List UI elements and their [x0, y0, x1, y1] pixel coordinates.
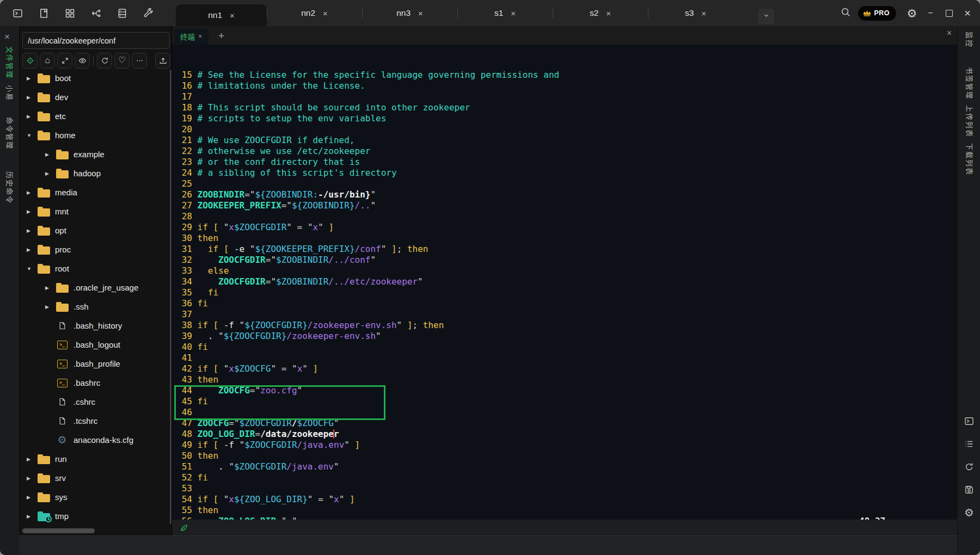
- tab-close-icon[interactable]: ×: [701, 9, 706, 18]
- bookmark-icon[interactable]: [37, 7, 50, 20]
- tab-nn3[interactable]: nn3×: [362, 0, 457, 26]
- chevron-right-icon[interactable]: ▶: [27, 228, 32, 233]
- sidebar-item-inactive[interactable]: 小易: [5, 85, 15, 101]
- tab-close-icon[interactable]: ×: [511, 9, 516, 18]
- tab-nn2[interactable]: nn2×: [267, 0, 362, 26]
- tree-item-example[interactable]: ▶example: [20, 145, 170, 164]
- tree-item-sys[interactable]: ▶sys: [20, 488, 170, 507]
- wrench-icon[interactable]: [142, 7, 155, 20]
- terminal-tab[interactable]: 终端 ×: [174, 28, 209, 45]
- chevron-right-icon[interactable]: ▶: [45, 152, 51, 157]
- tree-item-proc[interactable]: ▶proc: [20, 240, 170, 259]
- gear-icon[interactable]: ⚙: [963, 507, 975, 519]
- tree-item-hadoop[interactable]: ▶hadoop: [20, 164, 170, 183]
- chevron-right-icon[interactable]: ▶: [27, 457, 32, 462]
- topology-icon[interactable]: [89, 7, 102, 20]
- right-sidebar-item[interactable]: 监控: [965, 32, 975, 48]
- chevron-right-icon[interactable]: ▶: [27, 514, 32, 519]
- tree-item-anaconda-ks.cfg[interactable]: ⚙anaconda-ks.cfg: [20, 430, 170, 449]
- tab-s2[interactable]: s2×: [553, 0, 648, 26]
- chevron-right-icon[interactable]: ▶: [27, 76, 32, 81]
- tree-item-dev[interactable]: ▶dev: [20, 88, 170, 107]
- tree-item-.ssh[interactable]: ▶.ssh: [20, 297, 170, 316]
- refresh-icon[interactable]: [963, 461, 975, 473]
- tree-item-.tcshrc[interactable]: .tcshrc: [20, 411, 170, 430]
- chevron-down-icon[interactable]: ▼: [27, 133, 32, 138]
- tab-close-icon[interactable]: ×: [323, 9, 328, 18]
- sidebar-item-inactive[interactable]: 历史命令: [5, 171, 15, 204]
- tree-item-run[interactable]: ▶run: [20, 449, 170, 468]
- tree-item-.cshrc[interactable]: .cshrc: [20, 392, 170, 411]
- tab-overflow-button[interactable]: [758, 9, 774, 24]
- terminal-icon[interactable]: [963, 415, 975, 427]
- tab-close-icon[interactable]: ×: [418, 9, 423, 18]
- tree-horizontal-scrollbar[interactable]: [22, 528, 95, 533]
- chevron-right-icon[interactable]: ▶: [27, 476, 32, 481]
- chevron-down-icon[interactable]: ▼: [27, 266, 32, 272]
- servers-icon[interactable]: [115, 7, 128, 20]
- new-terminal-button[interactable]: +: [218, 28, 224, 44]
- tree-item-opt[interactable]: ▶opt: [20, 221, 170, 240]
- chevron-right-icon[interactable]: ▶: [45, 171, 51, 176]
- chevron-right-icon[interactable]: ▶: [27, 495, 32, 500]
- tab-s3[interactable]: s3×: [648, 0, 743, 26]
- tree-item-.bash_history[interactable]: .bash_history: [20, 316, 170, 335]
- chevron-right-icon[interactable]: ▶: [45, 285, 51, 291]
- tree-item-root[interactable]: ▼root: [20, 259, 170, 278]
- home-button[interactable]: ⌂: [40, 53, 55, 69]
- tree-item-srv[interactable]: ▶srv: [20, 468, 170, 488]
- list-icon[interactable]: [963, 438, 975, 450]
- path-input[interactable]: [22, 32, 170, 49]
- right-sidebar-item[interactable]: 下载列表: [965, 143, 975, 176]
- locate-button[interactable]: [22, 53, 38, 69]
- terminal-icon[interactable]: [11, 7, 24, 20]
- pro-badge[interactable]: PRO: [858, 6, 896, 21]
- tree-item-.oracle_jre_usage[interactable]: ▶.oracle_jre_usage: [20, 278, 170, 297]
- minimize-button[interactable]: −: [921, 4, 940, 22]
- tree-item-.bash_logout[interactable]: >_.bash_logout: [20, 335, 170, 354]
- home-icon: ⌂: [45, 56, 50, 65]
- folder-icon: [56, 150, 69, 159]
- tree-item-label: tmp: [55, 511, 69, 521]
- layout-icon[interactable]: [63, 7, 76, 20]
- resize-button[interactable]: [57, 53, 72, 69]
- tree-item-label: proc: [55, 245, 71, 254]
- terminal-tab-close-icon[interactable]: ×: [198, 33, 202, 40]
- tab-nn1[interactable]: nn1×: [176, 4, 267, 26]
- tab-s1[interactable]: s1×: [457, 0, 553, 26]
- terminal-screen[interactable]: 15# See the License for the specific lan…: [172, 45, 958, 520]
- tree-item-etc[interactable]: ▶etc: [20, 107, 170, 126]
- heart-button[interactable]: ♡: [114, 53, 130, 69]
- save-icon[interactable]: [963, 484, 975, 496]
- tree-item-media[interactable]: ▶media: [20, 183, 170, 202]
- close-button[interactable]: ×: [958, 4, 977, 22]
- chevron-right-icon[interactable]: ▶: [27, 114, 32, 119]
- settings-button[interactable]: ⚙: [903, 4, 921, 22]
- chevron-right-icon[interactable]: ▶: [27, 190, 32, 195]
- tree-item-.bash_profile[interactable]: >_.bash_profile: [20, 354, 170, 373]
- chevron-right-icon[interactable]: ▶: [27, 95, 32, 100]
- chevron-right-icon[interactable]: ▶: [45, 304, 51, 310]
- panel-close-icon[interactable]: ×: [4, 32, 10, 42]
- tree-item-boot[interactable]: ▶boot: [20, 69, 170, 88]
- tree-item-.bashrc[interactable]: >_.bashrc: [20, 373, 170, 392]
- sidebar-item-inactive[interactable]: 命令管理: [5, 117, 15, 150]
- right-sidebar-item[interactable]: 书签管理: [965, 67, 975, 100]
- tab-close-icon[interactable]: ×: [606, 9, 611, 18]
- chevron-right-icon[interactable]: ▶: [27, 247, 32, 252]
- tab-close-icon[interactable]: ×: [230, 11, 235, 20]
- right-sidebar-item[interactable]: 上传列表: [965, 105, 975, 138]
- chevron-right-icon[interactable]: ▶: [27, 209, 32, 214]
- line-number: 23: [176, 157, 192, 168]
- eye-button[interactable]: [75, 53, 90, 69]
- maximize-button[interactable]: [940, 4, 958, 22]
- sidebar-item-active[interactable]: 文件管理: [5, 46, 15, 79]
- tree-item-mnt[interactable]: ▶mnt: [20, 202, 170, 221]
- upload-button[interactable]: [155, 53, 170, 69]
- tree-item-tmp[interactable]: ▶tmp: [20, 507, 170, 526]
- more-button[interactable]: [132, 53, 147, 69]
- terminal-panel-close-icon[interactable]: ×: [947, 28, 952, 38]
- search-button[interactable]: [836, 4, 855, 22]
- tree-item-home[interactable]: ▼home: [20, 126, 170, 145]
- refresh-button[interactable]: [97, 53, 112, 69]
